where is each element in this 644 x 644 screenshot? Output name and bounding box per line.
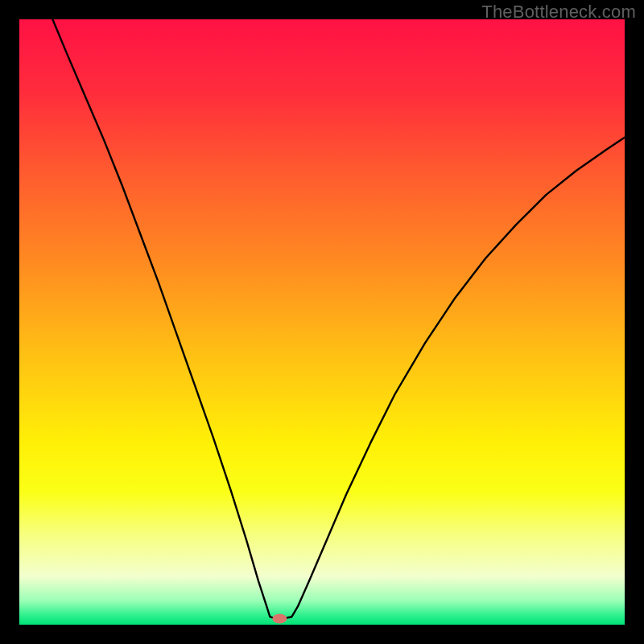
chart-background (19, 19, 625, 625)
optimal-point-marker (272, 613, 287, 623)
chart-frame: TheBottleneck.com (0, 0, 644, 644)
bottleneck-chart (19, 19, 625, 625)
